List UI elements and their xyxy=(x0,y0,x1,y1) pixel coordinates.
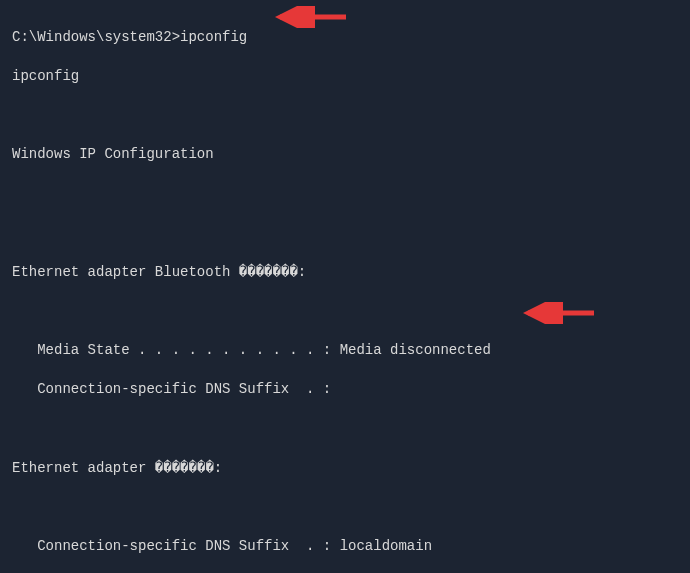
prompt-line: C:\Windows\system32>ipconfig xyxy=(12,28,678,48)
adapter-detail: Connection-specific DNS Suffix . : local… xyxy=(12,537,678,557)
adapter-title: Ethernet adapter Bluetooth �������: xyxy=(12,263,678,283)
command-echo: ipconfig xyxy=(12,67,678,87)
adapter-detail: Connection-specific DNS Suffix . : xyxy=(12,380,678,400)
blank-line xyxy=(12,224,678,244)
blank-line xyxy=(12,498,678,518)
blank-line xyxy=(12,302,678,322)
config-header: Windows IP Configuration xyxy=(12,145,678,165)
blank-line xyxy=(12,419,678,439)
terminal-output[interactable]: C:\Windows\system32>ipconfig ipconfig Wi… xyxy=(12,8,678,573)
adapter-title: Ethernet adapter �������: xyxy=(12,459,678,479)
blank-line xyxy=(12,184,678,204)
adapter-detail: Media State . . . . . . . . . . . : Medi… xyxy=(12,341,678,361)
blank-line xyxy=(12,106,678,126)
